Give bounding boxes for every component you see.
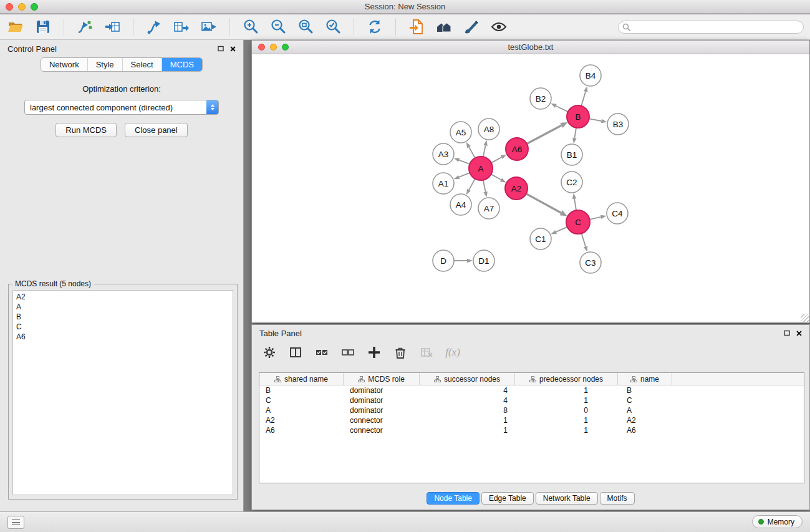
gear-icon[interactable] xyxy=(262,345,277,360)
graph-node-A3[interactable]: A3 xyxy=(433,143,454,165)
table-cell[interactable]: connector xyxy=(344,425,420,435)
table-cell[interactable]: C xyxy=(618,395,672,405)
graph-edge-A6-B[interactable] xyxy=(527,125,562,144)
resize-grip[interactable] xyxy=(801,314,809,322)
zoom-selected-icon[interactable] xyxy=(324,17,342,36)
minimize-window-button[interactable] xyxy=(18,3,26,11)
column-header-shared-name[interactable]: shared name xyxy=(259,373,344,385)
table-cell[interactable]: 4 xyxy=(420,385,515,395)
columns-icon[interactable] xyxy=(288,345,303,360)
tab-style[interactable]: Style xyxy=(87,58,122,71)
graph-edge-C-C4[interactable] xyxy=(590,217,601,220)
run-mcds-button[interactable]: Run MCDS xyxy=(55,123,117,137)
graph-edge-A-A4[interactable] xyxy=(469,179,475,190)
result-item[interactable]: C xyxy=(16,322,233,332)
graph-node-C4[interactable]: C4 xyxy=(607,203,628,224)
zoom-fit-icon[interactable] xyxy=(296,17,315,36)
graph-node-A1[interactable]: A1 xyxy=(433,173,454,194)
network-window-titlebar[interactable]: testGlobe.txt xyxy=(252,41,809,54)
graph-edge-A-A3[interactable] xyxy=(459,160,470,165)
table-cell[interactable]: 1 xyxy=(515,395,618,405)
table-cell[interactable]: A6 xyxy=(259,425,344,435)
add-icon[interactable] xyxy=(367,345,382,360)
tab-network[interactable]: Network xyxy=(41,58,87,71)
graph-node-B[interactable]: B xyxy=(567,105,589,128)
result-item[interactable]: A6 xyxy=(16,332,233,342)
search-input[interactable] xyxy=(618,21,804,34)
graph-node-C[interactable]: C xyxy=(566,210,590,234)
column-header-predecessor-nodes[interactable]: predecessor nodes xyxy=(515,373,618,385)
table-cell[interactable]: 4 xyxy=(420,395,515,405)
table-cell[interactable]: A xyxy=(618,405,672,415)
graph-edge-C-C2[interactable] xyxy=(574,199,576,211)
graph-edge-A-A7[interactable] xyxy=(483,180,486,192)
open-session-icon[interactable] xyxy=(6,17,25,36)
result-item[interactable]: B xyxy=(16,312,233,322)
graph-node-D[interactable]: D xyxy=(433,250,454,271)
zoom-out-icon[interactable] xyxy=(269,17,287,36)
table-cell[interactable]: B xyxy=(259,385,344,395)
table-cell[interactable]: dominator xyxy=(344,385,420,395)
graph-node-A8[interactable]: A8 xyxy=(478,118,499,140)
tab-motifs[interactable]: Motifs xyxy=(600,492,635,505)
graph-node-B4[interactable]: B4 xyxy=(580,65,601,86)
graph-node-A5[interactable]: A5 xyxy=(450,122,471,143)
optimization-criterion-dropdown[interactable]: largest connected component (directed) xyxy=(24,100,219,115)
graph-node-A6[interactable]: A6 xyxy=(506,138,528,160)
float-table-panel-icon[interactable] xyxy=(784,330,790,336)
graph-node-A[interactable]: A xyxy=(469,157,493,180)
select-all-icon[interactable] xyxy=(314,345,329,360)
table-cell[interactable]: 1 xyxy=(420,415,515,425)
column-header-successor-nodes[interactable]: successor nodes xyxy=(420,373,515,385)
graph-node-C3[interactable]: C3 xyxy=(580,252,601,273)
save-session-icon[interactable] xyxy=(34,17,52,36)
graph-node-D1[interactable]: D1 xyxy=(473,250,494,271)
mcds-result-list[interactable]: A2ABCA6 xyxy=(12,290,233,495)
graph-node-B1[interactable]: B1 xyxy=(561,144,582,165)
tab-node-table[interactable]: Node Table xyxy=(427,492,480,505)
table-cell[interactable]: B xyxy=(618,385,672,395)
refresh-layout-icon[interactable] xyxy=(365,17,384,36)
graph-edge-B-B2[interactable] xyxy=(556,106,567,112)
file-import-icon[interactable] xyxy=(407,17,426,36)
column-header-MCDS-role[interactable]: MCDS role xyxy=(344,373,420,385)
close-panel-icon[interactable] xyxy=(230,46,236,52)
result-item[interactable]: A xyxy=(16,302,233,312)
task-history-button[interactable] xyxy=(7,516,24,529)
network-maximize-button[interactable] xyxy=(282,44,289,51)
table-cell[interactable]: 1 xyxy=(515,425,618,435)
export-image-icon[interactable] xyxy=(200,17,218,36)
home-icon[interactable] xyxy=(435,17,453,36)
graph-edge-A-A6[interactable] xyxy=(491,157,502,163)
graph-edge-A2-C[interactable] xyxy=(526,194,561,213)
graph-node-A7[interactable]: A7 xyxy=(478,198,499,219)
close-table-panel-icon[interactable] xyxy=(796,331,802,336)
graph-edge-B-B4[interactable] xyxy=(581,92,586,106)
graph-edge-A-A1[interactable] xyxy=(459,173,470,177)
close-window-button[interactable] xyxy=(6,3,13,11)
graph-node-B3[interactable]: B3 xyxy=(607,114,629,135)
table-cell[interactable]: A xyxy=(259,405,344,415)
graph-node-C1[interactable]: C1 xyxy=(530,228,551,249)
table-row[interactable]: Cdominator41C xyxy=(259,395,804,405)
graph-edge-C-C1[interactable] xyxy=(556,227,567,232)
table-row[interactable]: Bdominator41B xyxy=(259,385,804,395)
result-item[interactable]: A2 xyxy=(16,292,233,302)
table-cell[interactable]: 1 xyxy=(420,425,515,435)
trash-icon[interactable] xyxy=(393,345,408,360)
eye-icon[interactable] xyxy=(489,17,508,36)
graph-node-C2[interactable]: C2 xyxy=(561,172,582,193)
tab-select[interactable]: Select xyxy=(122,58,162,71)
table-row[interactable]: A2connector11A2 xyxy=(259,415,804,425)
import-network-icon[interactable] xyxy=(75,17,94,36)
paint-brush-icon[interactable] xyxy=(462,17,481,36)
table-cell[interactable]: C xyxy=(259,395,344,405)
deselect-all-icon[interactable] xyxy=(340,345,355,360)
graph-node-A2[interactable]: A2 xyxy=(505,177,528,200)
graph-edge-A-A2[interactable] xyxy=(491,174,501,180)
network-close-button[interactable] xyxy=(258,44,265,51)
table-cell[interactable]: A2 xyxy=(259,415,344,425)
table-cell[interactable]: dominator xyxy=(344,405,420,415)
table-cell[interactable]: 1 xyxy=(515,415,618,425)
network-canvas[interactable]: B4B2BB3A5A8A6B1A3AC2A1A2A4A7C4CC1C3DD1 xyxy=(252,55,809,322)
